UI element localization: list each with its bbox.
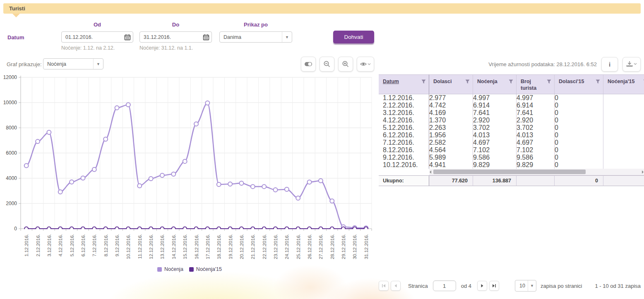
data-point[interactable] [330, 227, 334, 231]
table-row[interactable]: 3.12.2016.4.1697.6417.6410 [379, 109, 644, 117]
data-point[interactable] [251, 227, 255, 231]
data-point[interactable] [160, 173, 164, 177]
prev-page-button[interactable] [391, 281, 401, 291]
scrollbar-track[interactable] [429, 169, 644, 175]
data-point[interactable] [217, 182, 221, 187]
data-point[interactable] [137, 184, 142, 188]
data-point[interactable] [353, 227, 356, 231]
table-row[interactable]: 4.12.2016.1.3702.9202.9200 [379, 117, 644, 124]
data-point[interactable] [47, 227, 51, 231]
data-point[interactable] [160, 227, 164, 231]
scroll-right-arrow-icon[interactable] [642, 170, 644, 174]
date-from-field[interactable]: 01.12.2016. [61, 31, 133, 43]
data-point[interactable] [262, 184, 266, 189]
table-row[interactable]: 1.12.2016.2.9774.9974.9970 [379, 94, 644, 102]
column-header-6[interactable]: Noćenja'15 [603, 74, 644, 94]
data-point[interactable] [126, 103, 130, 107]
first-page-button[interactable] [379, 281, 389, 291]
filter-icon[interactable] [465, 79, 470, 84]
calendar-icon[interactable] [122, 32, 133, 42]
table-row[interactable]: 9.12.2016.5.9899.5869.5860 [379, 154, 644, 161]
data-point[interactable] [183, 227, 187, 231]
data-point[interactable] [319, 179, 323, 183]
scroll-left-arrow-icon[interactable] [430, 170, 431, 174]
fetch-button[interactable]: Dohvati [333, 31, 374, 43]
data-point[interactable] [92, 167, 96, 172]
data-point[interactable] [228, 227, 232, 231]
zoom-in-button[interactable] [338, 57, 353, 72]
data-point[interactable] [47, 130, 51, 134]
last-page-button[interactable] [489, 281, 499, 291]
data-point[interactable] [240, 227, 243, 231]
data-point[interactable] [217, 227, 221, 231]
data-point[interactable] [183, 159, 187, 163]
data-point[interactable] [81, 227, 85, 231]
data-point[interactable] [194, 122, 198, 126]
data-point[interactable] [205, 101, 209, 105]
filter-icon[interactable] [596, 79, 600, 84]
calendar-icon[interactable] [201, 32, 211, 42]
data-point[interactable] [36, 139, 40, 144]
column-header-4[interactable]: Broj turista [517, 74, 555, 94]
column-header-5[interactable]: Dolasci'15 [555, 74, 603, 94]
zoom-out-button[interactable] [320, 57, 334, 72]
table-row[interactable]: 2.12.2016.4.7426.9146.9140 [379, 102, 644, 109]
data-point[interactable] [126, 227, 130, 231]
data-point[interactable] [206, 227, 209, 231]
data-point[interactable] [24, 164, 29, 168]
column-header-1[interactable]: Datum [379, 74, 429, 94]
table-row[interactable]: 8.12.2016.4.5647.1027.1020 [379, 146, 644, 154]
data-point[interactable] [285, 227, 288, 231]
data-point[interactable] [103, 137, 108, 141]
table-row[interactable]: 10.12.2016.4.9419.8299.8290 [379, 161, 644, 169]
data-point[interactable] [274, 227, 277, 231]
graph-metric-select[interactable]: Noćenja ▼ [43, 58, 103, 69]
data-point[interactable] [273, 188, 277, 192]
data-point[interactable] [81, 176, 85, 180]
visibility-menu-button[interactable] [357, 57, 374, 72]
data-point[interactable] [115, 106, 119, 110]
scrollbar-thumb[interactable] [433, 170, 586, 174]
table-row[interactable]: 7.12.2016.2.5824.6974.6970 [379, 139, 644, 146]
data-point[interactable] [171, 172, 175, 176]
data-point[interactable] [195, 227, 198, 231]
column-header-3[interactable]: Noćenja [473, 74, 517, 94]
data-point[interactable] [172, 227, 175, 231]
data-point[interactable] [228, 182, 232, 186]
prikaz-po-select[interactable]: Danima ▼ [219, 31, 292, 43]
data-point[interactable] [341, 227, 345, 231]
data-point[interactable] [251, 184, 255, 189]
data-point[interactable] [149, 177, 153, 181]
date-to-field[interactable]: 31.12.2016. [139, 31, 212, 43]
data-point[interactable] [296, 227, 300, 231]
data-point[interactable] [308, 227, 311, 231]
data-point[interactable] [138, 227, 142, 231]
legend-item[interactable]: Noćenja [157, 266, 183, 272]
filter-icon[interactable] [421, 79, 426, 84]
data-point[interactable] [24, 227, 28, 231]
data-point[interactable] [36, 227, 40, 231]
data-point[interactable] [149, 227, 153, 231]
page-number-input[interactable] [433, 280, 456, 291]
data-point[interactable] [296, 196, 300, 200]
table-row[interactable]: 5.12.2016.2.2633.7023.7020 [379, 124, 644, 132]
data-point[interactable] [104, 227, 108, 231]
data-point[interactable] [115, 227, 119, 231]
legend-item[interactable]: Noćenja'15 [189, 266, 222, 272]
data-point[interactable] [262, 227, 266, 231]
filter-icon[interactable] [509, 79, 513, 84]
data-point[interactable] [330, 199, 334, 203]
filter-icon[interactable] [547, 79, 551, 84]
export-button[interactable] [622, 57, 641, 72]
table-row[interactable]: 6.12.2016.1.9564.0134.0130 [379, 132, 644, 139]
info-button[interactable]: i [601, 57, 618, 72]
data-point[interactable] [364, 227, 368, 231]
data-point[interactable] [70, 227, 74, 231]
column-header-2[interactable]: Dolasci [429, 74, 473, 94]
data-point[interactable] [70, 180, 74, 184]
data-point[interactable] [58, 227, 62, 231]
page-size-select[interactable]: 10 ▼ [515, 280, 536, 292]
data-point[interactable] [319, 227, 322, 231]
next-page-button[interactable] [477, 281, 487, 291]
data-point[interactable] [285, 187, 289, 191]
